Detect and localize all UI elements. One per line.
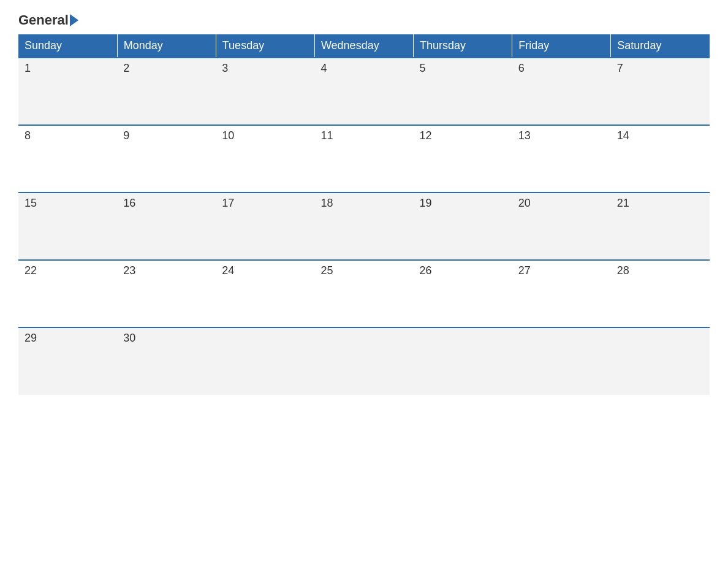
calendar-day: 3 [216, 58, 314, 125]
day-number: 4 [320, 62, 407, 75]
logo: General [18, 12, 78, 28]
calendar-day [512, 327, 611, 395]
day-number: 21 [617, 197, 703, 210]
calendar-day: 6 [512, 58, 611, 125]
logo-triangle-icon [70, 14, 78, 26]
weekday-header-thursday: Thursday [414, 34, 512, 58]
calendar-table: SundayMondayTuesdayWednesdayThursdayFrid… [18, 34, 710, 395]
day-number: 23 [123, 264, 210, 277]
calendar-day: 13 [512, 125, 611, 193]
calendar-day: 7 [611, 58, 710, 125]
logo-general: General [18, 12, 78, 28]
calendar-day: 17 [216, 193, 314, 260]
calendar-day: 5 [414, 58, 512, 125]
calendar-day: 14 [611, 125, 710, 193]
calendar-day: 23 [117, 260, 216, 327]
calendar-day: 4 [314, 58, 413, 125]
day-number: 16 [123, 197, 210, 210]
calendar-day: 9 [117, 125, 216, 193]
day-number: 11 [320, 129, 407, 142]
calendar-day: 16 [117, 193, 216, 260]
day-number: 1 [25, 62, 111, 75]
day-number: 30 [123, 332, 210, 345]
day-number: 29 [25, 332, 111, 345]
calendar-day [611, 327, 710, 395]
day-number: 25 [320, 264, 407, 277]
calendar-day: 29 [18, 327, 117, 395]
day-number: 15 [25, 197, 111, 210]
day-number: 6 [518, 62, 605, 75]
calendar-day: 20 [512, 193, 611, 260]
day-number: 14 [617, 129, 703, 142]
calendar-day: 27 [512, 260, 611, 327]
day-number: 13 [518, 129, 605, 142]
weekday-header-saturday: Saturday [611, 34, 710, 58]
calendar-day [314, 327, 413, 395]
page-header: General [18, 12, 710, 28]
calendar-week-row: 1234567 [18, 58, 710, 125]
logo-text: General [18, 12, 78, 28]
weekday-header-monday: Monday [117, 34, 216, 58]
calendar-week-row: 22232425262728 [18, 260, 710, 327]
calendar-day [216, 327, 314, 395]
calendar-day: 11 [314, 125, 413, 193]
day-number: 12 [420, 129, 506, 142]
calendar-day [414, 327, 512, 395]
day-number: 19 [420, 197, 506, 210]
day-number: 5 [420, 62, 506, 75]
calendar-day: 26 [414, 260, 512, 327]
weekday-header-row: SundayMondayTuesdayWednesdayThursdayFrid… [18, 34, 710, 58]
day-number: 24 [222, 264, 308, 277]
day-number: 3 [222, 62, 308, 75]
calendar-day: 18 [314, 193, 413, 260]
weekday-header-tuesday: Tuesday [216, 34, 314, 58]
calendar-day: 28 [611, 260, 710, 327]
day-number: 2 [123, 62, 210, 75]
day-number: 27 [518, 264, 605, 277]
day-number: 10 [222, 129, 308, 142]
calendar-day: 30 [117, 327, 216, 395]
calendar-header: SundayMondayTuesdayWednesdayThursdayFrid… [18, 34, 710, 58]
calendar-day: 21 [611, 193, 710, 260]
calendar-day: 8 [18, 125, 117, 193]
calendar-week-row: 891011121314 [18, 125, 710, 193]
day-number: 17 [222, 197, 308, 210]
day-number: 28 [617, 264, 703, 277]
calendar-day: 2 [117, 58, 216, 125]
calendar-body: 1234567891011121314151617181920212223242… [18, 58, 710, 395]
calendar-day: 19 [414, 193, 512, 260]
weekday-header-friday: Friday [512, 34, 611, 58]
weekday-header-sunday: Sunday [18, 34, 117, 58]
calendar-day: 22 [18, 260, 117, 327]
calendar-week-row: 15161718192021 [18, 193, 710, 260]
day-number: 8 [25, 129, 111, 142]
day-number: 18 [320, 197, 407, 210]
day-number: 9 [123, 129, 210, 142]
calendar-day: 1 [18, 58, 117, 125]
calendar-day: 12 [414, 125, 512, 193]
calendar-day: 25 [314, 260, 413, 327]
calendar-day: 15 [18, 193, 117, 260]
calendar-day: 24 [216, 260, 314, 327]
day-number: 7 [617, 62, 703, 75]
day-number: 22 [25, 264, 111, 277]
day-number: 26 [420, 264, 506, 277]
calendar-day: 10 [216, 125, 314, 193]
day-number: 20 [518, 197, 605, 210]
calendar-week-row: 2930 [18, 327, 710, 395]
weekday-header-wednesday: Wednesday [314, 34, 413, 58]
